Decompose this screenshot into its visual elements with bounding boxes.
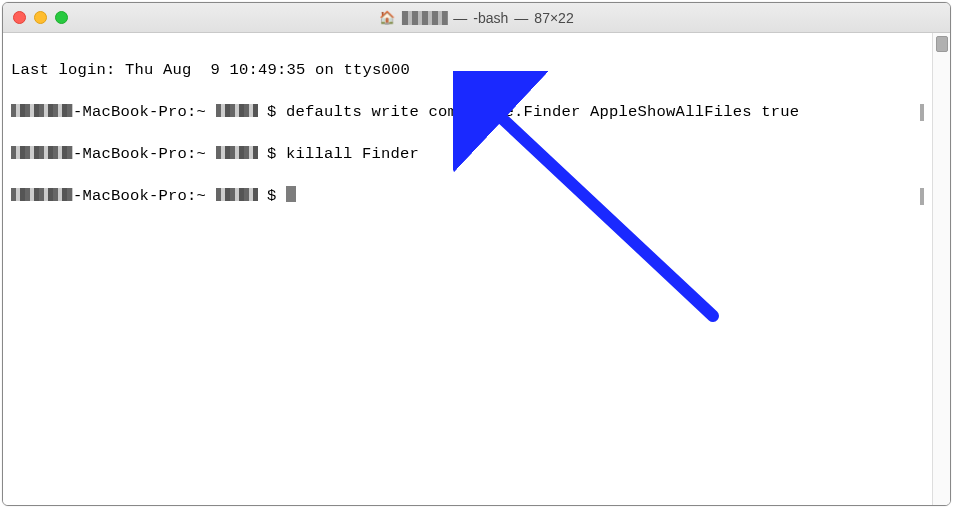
content-area: Last login: Thu Aug 9 10:49:35 on ttys00… bbox=[3, 33, 950, 505]
home-icon: 🏠 bbox=[379, 10, 395, 25]
terminal-body[interactable]: Last login: Thu Aug 9 10:49:35 on ttys00… bbox=[3, 33, 932, 505]
command-1: defaults write com.apple.Finder AppleSho… bbox=[286, 103, 799, 121]
last-login-text: Last login: Thu Aug 9 10:49:35 on ttys00… bbox=[11, 61, 410, 79]
title-dimensions: 87×22 bbox=[534, 10, 573, 26]
redacted-user2 bbox=[216, 188, 258, 201]
close-button[interactable] bbox=[13, 11, 26, 24]
line-end-mark bbox=[920, 104, 924, 121]
redacted-user2 bbox=[216, 146, 258, 159]
redacted-user bbox=[401, 11, 447, 25]
window-title: 🏠 — -bash — 87×22 bbox=[379, 10, 573, 26]
maximize-button[interactable] bbox=[55, 11, 68, 24]
prompt-char: $ bbox=[267, 145, 286, 163]
command-2: killall Finder bbox=[286, 145, 419, 163]
cursor bbox=[286, 186, 296, 202]
host-suffix: -MacBook-Pro:~ bbox=[73, 187, 216, 205]
scroll-thumb[interactable] bbox=[936, 36, 948, 52]
prompt-char: $ bbox=[267, 187, 286, 205]
title-sep1: — bbox=[453, 10, 467, 26]
prompt-char: $ bbox=[267, 103, 286, 121]
titlebar[interactable]: 🏠 — -bash — 87×22 bbox=[3, 3, 950, 33]
scrollbar[interactable] bbox=[932, 33, 950, 505]
terminal-window: 🏠 — -bash — 87×22 Last login: Thu Aug 9 … bbox=[2, 2, 951, 506]
minimize-button[interactable] bbox=[34, 11, 47, 24]
traffic-lights bbox=[13, 11, 68, 24]
redacted-host bbox=[11, 188, 73, 201]
line-end-mark bbox=[920, 188, 924, 205]
title-sep2: — bbox=[514, 10, 528, 26]
title-shell: -bash bbox=[473, 10, 508, 26]
host-suffix: -MacBook-Pro:~ bbox=[73, 103, 216, 121]
host-suffix: -MacBook-Pro:~ bbox=[73, 145, 216, 163]
redacted-host bbox=[11, 146, 73, 159]
redacted-host bbox=[11, 104, 73, 117]
redacted-user2 bbox=[216, 104, 258, 117]
